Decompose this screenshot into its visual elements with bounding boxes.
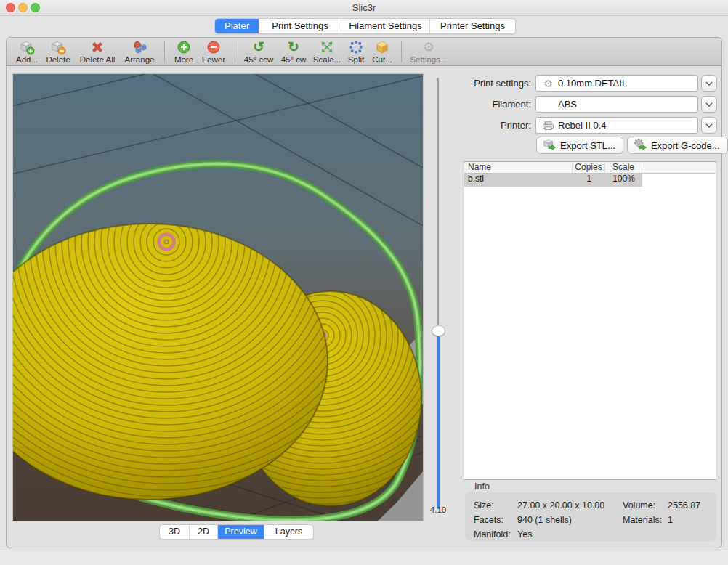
tab-filament-settings[interactable]: Filament Settings: [341, 19, 429, 33]
table-row[interactable]: b.stl 1 100%: [464, 174, 642, 187]
info-title: Info: [474, 481, 490, 492]
rotate-cw-button[interactable]: ↻ 45° cw: [278, 39, 309, 65]
toolbar-separator: [401, 41, 402, 62]
rotate-ccw-button[interactable]: ↺ 45° ccw: [242, 39, 275, 65]
main-tab-bar: Plater Print Settings Filament Settings …: [214, 18, 516, 34]
print-settings-label: Print settings:: [454, 78, 535, 89]
facets-label: Facets:: [474, 515, 517, 525]
filament-value: ABS: [558, 99, 577, 110]
facets-value: 940 (1 shells): [517, 515, 623, 525]
split-dots-icon: [347, 39, 365, 55]
cut-button[interactable]: Cut...: [370, 39, 395, 65]
printer-icon: [542, 121, 554, 131]
export-gcode-button[interactable]: Export G-code...: [627, 137, 728, 154]
printer-dropdown-button[interactable]: [701, 117, 717, 134]
delete-button[interactable]: Delete: [43, 39, 73, 65]
box-add-icon: [18, 39, 36, 55]
filament-row: Filament: ABS: [454, 96, 717, 113]
add-button[interactable]: Add...: [14, 39, 40, 65]
tab-plater[interactable]: Plater: [215, 19, 259, 33]
status-bar: [0, 550, 728, 565]
export-stl-icon: [542, 137, 557, 154]
cell-scale: 100%: [605, 174, 642, 187]
titlebar: Slic3r: [0, 0, 728, 16]
viewport-3d[interactable]: [12, 73, 424, 521]
model-table: Name Copies Scale b.stl 1 100%: [464, 161, 716, 480]
manifold-value: Yes: [517, 529, 623, 540]
chevron-down-icon: [705, 123, 713, 128]
layer-slider-fill[interactable]: [437, 336, 440, 509]
filament-label: Filament:: [454, 99, 535, 110]
materials-label: Materials:: [623, 515, 668, 525]
export-gcode-icon: [633, 137, 647, 154]
filament-select[interactable]: ABS: [535, 96, 698, 113]
cut-cube-icon: [373, 39, 391, 55]
chevron-down-icon: [705, 102, 713, 107]
export-stl-button[interactable]: Export STL...: [536, 137, 623, 154]
column-copies[interactable]: Copies: [573, 162, 605, 173]
printer-select[interactable]: Rebel II 0.4: [535, 117, 698, 134]
close-button[interactable]: [6, 3, 15, 12]
tab-layers[interactable]: Layers: [264, 525, 313, 539]
column-scale[interactable]: Scale: [605, 162, 642, 173]
tab-3d[interactable]: 3D: [160, 525, 189, 539]
toolbar-separator: [164, 41, 165, 62]
print-bed-scene: [13, 74, 424, 521]
column-name[interactable]: Name: [464, 162, 573, 173]
minimize-button[interactable]: [18, 3, 28, 12]
volume-value: 2556.87: [668, 500, 716, 511]
materials-value: 1: [668, 515, 716, 525]
printer-row: Printer: Rebel II 0.4: [454, 117, 717, 134]
printer-value: Rebel II 0.4: [558, 120, 607, 131]
gear-icon: ⚙: [542, 78, 554, 89]
size-label: Size:: [474, 500, 517, 511]
zoom-button[interactable]: [31, 3, 40, 12]
print-settings-row: Print settings: ⚙ 0.10mm DETAIL: [454, 75, 717, 92]
export-buttons: Export STL... Export G-code...: [536, 137, 728, 154]
arrange-button[interactable]: Arrange: [121, 39, 158, 65]
printer-label: Printer:: [454, 120, 535, 131]
fewer-button[interactable]: Fewer: [199, 39, 228, 65]
cubes-icon: [131, 39, 148, 55]
volume-label: Volume:: [623, 500, 668, 511]
red-x-icon: [89, 39, 106, 55]
chevron-down-icon: [705, 81, 713, 86]
box-remove-icon: [49, 39, 67, 55]
split-button[interactable]: Split: [345, 39, 367, 65]
minus-circle-icon: [205, 39, 222, 55]
settings-button[interactable]: ⚙ Settings...: [408, 39, 449, 65]
gear-icon: ⚙: [420, 39, 437, 55]
window-title: Slic3r: [0, 0, 728, 15]
cell-name: b.stl: [464, 174, 573, 187]
more-button[interactable]: More: [171, 39, 196, 65]
model-table-header: Name Copies Scale: [464, 162, 716, 174]
toolbar: Add... Delete Delete All Arrange More Fe…: [7, 38, 721, 66]
tab-preview[interactable]: Preview: [217, 525, 264, 539]
print-settings-select[interactable]: ⚙ 0.10mm DETAIL: [535, 75, 698, 92]
tab-printer-settings[interactable]: Printer Settings: [429, 19, 515, 33]
delete-all-button[interactable]: Delete All: [76, 39, 118, 65]
size-value: 27.00 x 20.00 x 10.00: [517, 500, 623, 511]
scale-button[interactable]: Scale...: [312, 39, 342, 65]
layer-slider-thumb[interactable]: [432, 325, 445, 336]
tab-print-settings[interactable]: Print Settings: [259, 19, 341, 33]
plus-circle-icon: [175, 39, 193, 55]
toolbar-separator: [235, 41, 235, 62]
view-tab-bar: 3D 2D Preview Layers: [159, 524, 314, 540]
cell-copies: 1: [573, 174, 605, 187]
tab-2d[interactable]: 2D: [189, 525, 217, 539]
rotate-ccw-icon: ↺: [250, 39, 267, 55]
info-box: Size: 27.00 x 20.00 x 10.00 Volume: 2556…: [465, 492, 716, 541]
manifold-label: Manifold:: [474, 529, 517, 540]
print-settings-value: 0.10mm DETAIL: [558, 78, 627, 89]
layer-slider-track[interactable]: [437, 78, 439, 325]
print-settings-dropdown-button[interactable]: [701, 75, 717, 92]
filament-dropdown-button[interactable]: [701, 96, 717, 113]
rotate-cw-icon: ↻: [285, 39, 302, 55]
scale-arrows-icon: [318, 39, 336, 55]
layer-slider-value: 4.10: [426, 505, 450, 514]
